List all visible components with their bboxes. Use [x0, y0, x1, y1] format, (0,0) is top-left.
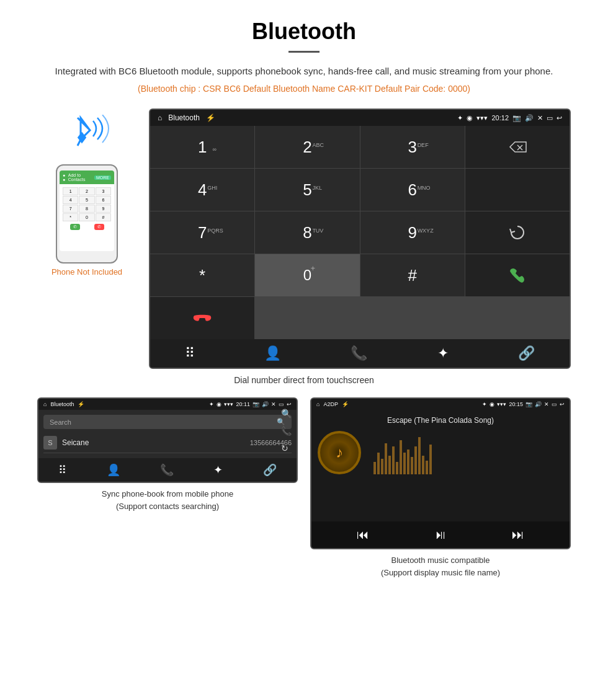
- phone-end-btn: ✆: [94, 224, 104, 230]
- phone-key-0: 0: [79, 213, 94, 221]
- phone-screen-body: 1 2 3 4 5 6 7 8 9 * 0 #: [60, 184, 114, 233]
- contacts-icon[interactable]: 👤: [264, 345, 281, 361]
- description-text: Integrated with BC6 Bluetooth module, su…: [37, 64, 571, 79]
- dial-screen-caption: Dial number direct from touchscreen: [37, 375, 571, 385]
- pb-cam-icon: 📷: [253, 401, 259, 407]
- home-icon[interactable]: ⌂: [158, 113, 162, 122]
- dial-key-4[interactable]: 4 GHI: [150, 169, 254, 211]
- viz-bar: [429, 445, 432, 474]
- phonebook-body: Search 🔍 S Seicane 13566664466: [38, 410, 297, 458]
- key-sub-5: JKL: [312, 185, 322, 191]
- pb-bt-bottom-icon[interactable]: ✦: [213, 463, 223, 477]
- car-dial-screen: ⌂ Bluetooth ⚡ ✦ ◉ ▾▾▾ 20:12 📷 🔊 ✕ ▭ ↩: [149, 109, 571, 369]
- play-pause-btn[interactable]: ⏯: [434, 528, 447, 542]
- phone-call-btn: ✆: [70, 224, 80, 230]
- viz-bar: [377, 453, 380, 474]
- music-usb-icon: ⚡: [342, 401, 349, 407]
- main-screen-area: ⬧ ● ● Add to Contacts MO: [37, 109, 571, 369]
- call-icon: [508, 266, 527, 285]
- dial-key-6[interactable]: 6 MNO: [360, 169, 465, 211]
- prev-track-btn[interactable]: ⏮: [357, 528, 369, 542]
- dial-key-9[interactable]: 9 WXYZ: [360, 211, 465, 254]
- pb-win-icon[interactable]: ▭: [279, 401, 284, 407]
- bluetooth-icon-area: ⬧: [56, 109, 118, 158]
- music-win-icon[interactable]: ▭: [552, 401, 557, 407]
- phone-icon[interactable]: 📞: [351, 345, 367, 361]
- pb-dialpad-icon[interactable]: ⠿: [58, 463, 66, 477]
- pb-refresh-side-icon[interactable]: ↻: [281, 443, 292, 453]
- viz-bar: [396, 462, 398, 474]
- back-icon[interactable]: ↩: [557, 114, 562, 122]
- dial-key-1[interactable]: 1 ∞: [150, 126, 254, 168]
- key-sub-3: DEF: [418, 142, 429, 148]
- pb-person-icon[interactable]: 👤: [107, 463, 120, 477]
- search-placeholder: Search: [50, 419, 71, 426]
- dial-key-hash[interactable]: #: [360, 254, 465, 296]
- key-main: 3: [408, 138, 416, 157]
- camera-icon: 📷: [512, 114, 521, 122]
- dial-key-5[interactable]: 5 JKL: [255, 169, 359, 211]
- music-vol-icon: 🔊: [535, 401, 542, 407]
- refresh-icon: [507, 223, 527, 242]
- music-cam-icon: 📷: [525, 401, 532, 407]
- backspace-icon: [507, 140, 527, 154]
- phone-key-star: *: [63, 213, 78, 221]
- pb-close-icon[interactable]: ✕: [271, 401, 276, 407]
- music-signal: ▾▾▾: [497, 401, 506, 407]
- add-to-contacts-label: Add to Contacts: [68, 173, 94, 182]
- key-main: 2: [303, 138, 311, 157]
- dial-green-call[interactable]: [465, 254, 570, 296]
- music-close-icon[interactable]: ✕: [544, 401, 549, 407]
- pb-phone-side-icon[interactable]: 📞: [281, 426, 292, 436]
- music-home-icon[interactable]: ⌂: [316, 401, 320, 407]
- link-icon[interactable]: 🔗: [518, 345, 535, 361]
- contact-row[interactable]: S Seicane 13566664466: [43, 433, 292, 453]
- music-status-right: ✦ ◉ ▾▾▾ 20:15 📷 🔊 ✕ ▭ ↩: [482, 401, 565, 407]
- music-caption: Bluetooth music compatible (Support disp…: [381, 554, 500, 578]
- phone-key-7: 7: [63, 205, 78, 213]
- music-note-icon: ♪: [336, 444, 343, 461]
- close-icon[interactable]: ✕: [537, 114, 543, 122]
- bluetooth-bottom-icon[interactable]: ✦: [437, 345, 449, 361]
- pb-screen-title: Bluetooth: [50, 401, 74, 407]
- dial-empty-row2: [465, 169, 570, 211]
- dial-delete-cell[interactable]: [465, 126, 570, 168]
- music-back-icon[interactable]: ↩: [560, 401, 565, 407]
- dial-key-star[interactable]: *: [150, 254, 254, 296]
- music-time: 20:15: [509, 401, 523, 407]
- music-item: ⌂ A2DP ⚡ ✦ ◉ ▾▾▾ 20:15 📷 🔊 ✕ ▭ ↩: [310, 397, 571, 578]
- dialpad-icon[interactable]: ⠿: [185, 345, 195, 361]
- pb-status-left: ⌂ Bluetooth ⚡: [43, 401, 84, 407]
- pb-link-icon[interactable]: 🔗: [263, 463, 277, 477]
- pb-back-icon[interactable]: ↩: [287, 401, 292, 407]
- dial-red-call[interactable]: [150, 297, 254, 339]
- dial-key-7[interactable]: 7 PQRS: [150, 211, 254, 254]
- search-bar[interactable]: Search 🔍: [43, 415, 292, 429]
- phone-screen: ● ● Add to Contacts MORE 1 2 3 4 5 6 7: [60, 171, 114, 251]
- pb-home-icon[interactable]: ⌂: [43, 401, 47, 407]
- viz-bar: [392, 446, 395, 474]
- phone-body: ● ● Add to Contacts MORE 1 2 3 4 5 6 7: [56, 164, 118, 264]
- dial-key-3[interactable]: 3 DEF: [360, 126, 465, 168]
- phone-screen-header: ● ● Add to Contacts MORE: [60, 171, 114, 184]
- window-icon[interactable]: ▭: [547, 114, 553, 122]
- phone-key-hash: #: [96, 213, 111, 221]
- dial-refresh-cell[interactable]: [465, 211, 570, 254]
- music-loc-icon: ◉: [490, 401, 494, 407]
- dial-key-8[interactable]: 8 TUV: [255, 211, 359, 254]
- phone-dialpad: 1 2 3 4 5 6 7 8 9 * 0 #: [61, 186, 112, 223]
- dial-key-2[interactable]: 2 ABC: [255, 126, 359, 168]
- pb-side-icon-list: 🔍 📞 ↻: [281, 409, 292, 453]
- next-track-btn[interactable]: ⏭: [512, 528, 524, 542]
- phone-key-4: 4: [63, 196, 78, 204]
- usb-icon: ⚡: [206, 113, 215, 122]
- key-main: 1: [198, 138, 207, 157]
- key-sub-4: GHI: [207, 185, 217, 191]
- screen-title: Bluetooth: [168, 113, 200, 122]
- music-disc: ♪: [318, 431, 361, 474]
- music-status-left: ⌂ A2DP ⚡: [316, 401, 349, 407]
- pb-call-icon[interactable]: 📞: [160, 463, 174, 477]
- dial-key-0[interactable]: 0 +: [255, 254, 359, 296]
- pb-search-side-icon[interactable]: 🔍: [281, 409, 292, 419]
- phone-key-1: 1: [63, 187, 78, 195]
